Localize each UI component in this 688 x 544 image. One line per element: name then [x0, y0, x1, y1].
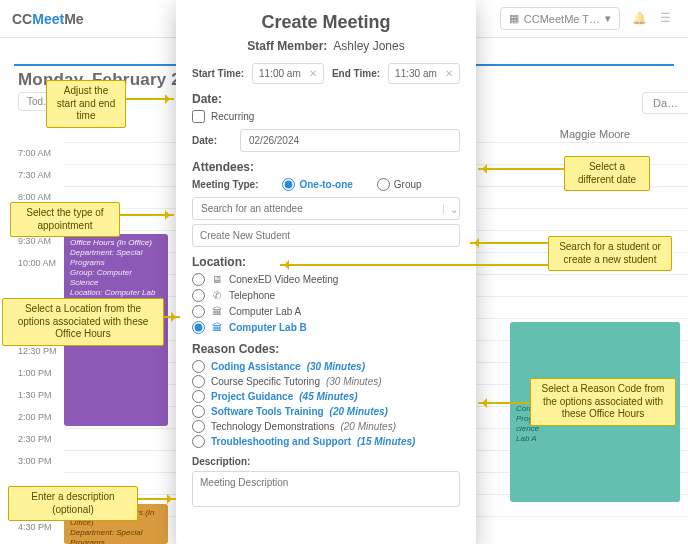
- reason-name: Technology Demonstrations: [211, 421, 334, 432]
- create-new-student-button[interactable]: Create New Student: [192, 224, 460, 247]
- loc-label: Computer Lab B: [229, 322, 307, 333]
- time-label: 2:00 PM: [18, 406, 64, 428]
- meeting-type-group[interactable]: Group: [377, 178, 422, 191]
- location-option-video[interactable]: 🖥ConexED Video Meeting: [192, 273, 460, 286]
- start-time-label: Start Time:: [192, 68, 244, 79]
- location-option-lab-b[interactable]: 🏛Computer Lab B: [192, 321, 460, 334]
- reason-project-guidance[interactable]: Project Guidance (45 Minutes): [192, 390, 460, 403]
- account-name: CCMeetMe T…: [524, 13, 600, 25]
- reason-codes: Coding Assistance (30 Minutes) Course Sp…: [192, 360, 460, 448]
- event-line: Department: Special Programs: [70, 248, 162, 268]
- event-line: cience: [516, 424, 674, 434]
- time-label: 3:00 PM: [18, 450, 64, 472]
- date-section-header: Date:: [192, 92, 460, 106]
- clear-start-icon[interactable]: ✕: [309, 68, 317, 79]
- reason-name: Coding Assistance: [211, 361, 301, 372]
- callout-date: Select a different date: [564, 156, 650, 191]
- time-label: 10:00 AM: [18, 252, 64, 274]
- arrow-search-student-2: [470, 242, 548, 244]
- group-label: Group: [394, 179, 422, 190]
- reason-dur: (20 Minutes): [340, 421, 396, 432]
- day-view-button[interactable]: Da…: [642, 92, 688, 114]
- meeting-type-label: Meeting Type:: [192, 179, 258, 190]
- callout-description: Enter a description (optional): [8, 486, 138, 521]
- start-time-value: 11:00 am: [259, 68, 301, 79]
- end-time-value: 11:30 am: [395, 68, 437, 79]
- reason-name: Course Specific Tutoring: [211, 376, 320, 387]
- end-time-input[interactable]: 11:30 am ✕: [388, 63, 460, 84]
- time-label: 2:30 PM: [18, 428, 64, 450]
- tab-1[interactable]: [14, 45, 18, 57]
- recurring-checkbox[interactable]: Recurring: [192, 110, 460, 123]
- start-time-input[interactable]: 11:00 am ✕: [252, 63, 324, 84]
- column-header-maggie: Maggie Moore: [520, 128, 670, 140]
- loc-label: Telephone: [229, 290, 275, 301]
- event-line: Group: Computer Science: [70, 268, 162, 288]
- reason-name: Project Guidance: [211, 391, 293, 402]
- time-label: 7:00 AM: [18, 142, 64, 164]
- date-label: Date:: [192, 135, 232, 146]
- attendees-header: Attendees:: [192, 160, 460, 174]
- reason-coding[interactable]: Coding Assistance (30 Minutes): [192, 360, 460, 373]
- reason-header: Reason Codes:: [192, 342, 460, 356]
- attendee-search-input[interactable]: [199, 202, 443, 215]
- arrow-search-student: [280, 264, 548, 266]
- building-icon: 🏛: [211, 323, 223, 333]
- reason-course-tutoring[interactable]: Course Specific Tutoring (30 Minutes): [192, 375, 460, 388]
- building-icon: 🏛: [211, 307, 223, 317]
- location-options: 🖥ConexED Video Meeting ✆Telephone 🏛Compu…: [192, 273, 460, 334]
- location-option-lab-a[interactable]: 🏛Computer Lab A: [192, 305, 460, 318]
- event-title: Office Hours (In Office): [70, 238, 162, 248]
- reason-dur: (15 Minutes): [357, 436, 415, 447]
- arrow-location: [164, 316, 180, 318]
- time-label: [18, 274, 64, 296]
- reason-dur: (30 Minutes): [307, 361, 365, 372]
- account-dropdown[interactable]: ▦ CCMeetMe T… ▾: [500, 7, 620, 30]
- attendee-search[interactable]: ⌄: [192, 197, 460, 220]
- clear-end-icon[interactable]: ✕: [445, 68, 453, 79]
- logo-suffix: Me: [64, 11, 83, 27]
- callout-type: Select the type of appointment: [10, 202, 120, 237]
- reason-dur: (45 Minutes): [299, 391, 357, 402]
- date-input[interactable]: [240, 129, 460, 152]
- loc-label: ConexED Video Meeting: [229, 274, 338, 285]
- callout-start-end: Adjust the start and end time: [46, 80, 126, 128]
- reason-dur: (30 Minutes): [326, 376, 382, 387]
- callout-search-student: Search for a student or create a new stu…: [548, 236, 672, 271]
- phone-icon: ✆: [211, 291, 223, 301]
- chevron-down-icon[interactable]: ⌄: [443, 204, 453, 214]
- arrow-type: [120, 214, 174, 216]
- meeting-type-one[interactable]: One-to-one: [282, 178, 352, 191]
- event-line: Department: Special Programs: [70, 528, 162, 544]
- radio-one[interactable]: [282, 178, 295, 191]
- arrow-description: [138, 498, 176, 500]
- chevron-down-icon: ▾: [605, 12, 611, 25]
- radio-group[interactable]: [377, 178, 390, 191]
- location-header: Location:: [192, 255, 460, 269]
- bell-icon[interactable]: 🔔: [632, 11, 648, 27]
- arrow-date: [478, 168, 564, 170]
- tab-3[interactable]: [78, 45, 82, 57]
- menu-icon[interactable]: ☰: [660, 11, 676, 27]
- grid-icon: ▦: [509, 12, 519, 25]
- tab-2[interactable]: [46, 45, 50, 57]
- time-label: 1:30 PM: [18, 384, 64, 406]
- location-option-phone[interactable]: ✆Telephone: [192, 289, 460, 302]
- monitor-icon: 🖥: [211, 275, 223, 285]
- staff-member-label: Staff Member:: [247, 39, 327, 53]
- staff-member-row: Staff Member: Ashley Jones: [192, 39, 460, 53]
- reason-troubleshooting[interactable]: Troubleshooting and Support (15 Minutes): [192, 435, 460, 448]
- event-line: Lab A: [516, 434, 674, 444]
- arrow-start-end: [126, 98, 174, 100]
- time-label: 7:30 AM: [18, 164, 64, 186]
- reason-name: Software Tools Training: [211, 406, 324, 417]
- staff-member-name: Ashley Jones: [333, 39, 404, 53]
- reason-name: Troubleshooting and Support: [211, 436, 351, 447]
- reason-tech-demo[interactable]: Technology Demonstrations (20 Minutes): [192, 420, 460, 433]
- description-input[interactable]: [192, 471, 460, 507]
- arrow-reason: [478, 402, 530, 404]
- logo: CCMeetMe: [12, 11, 84, 27]
- recurring-check-input[interactable]: [192, 110, 205, 123]
- reason-software-tools[interactable]: Software Tools Training (20 Minutes): [192, 405, 460, 418]
- one-label: One-to-one: [299, 179, 352, 190]
